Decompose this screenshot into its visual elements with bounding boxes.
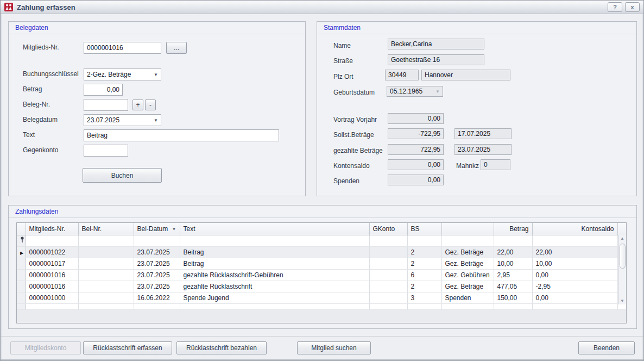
cell-bel-datum[interactable]: 23.07.2025 — [134, 246, 180, 258]
cell-bel-datum[interactable]: 23.07.2025 — [134, 281, 180, 292]
cell-bs[interactable]: 6 — [407, 269, 441, 281]
table-row[interactable]: 0000001000 16.06.2022 Spende Jugend 3 Sp… — [17, 292, 626, 303]
filter-cell[interactable] — [369, 235, 407, 246]
cell-kontosaldo[interactable]: 0,00 — [532, 292, 617, 303]
gegenkonto-input[interactable] — [84, 145, 128, 157]
cell-bs-text[interactable]: Gez. Beträge — [441, 281, 494, 292]
table-row[interactable]: 0000001016 23.07.2025 gezahlte Rücklasts… — [17, 269, 626, 281]
header-bel-datum[interactable]: ▼Bel-Datum — [134, 223, 180, 235]
cell-bs — [407, 303, 441, 309]
cell-bel-datum[interactable]: 16.06.2022 — [134, 292, 180, 303]
beenden-button[interactable]: Beenden — [578, 341, 635, 354]
cell-text[interactable]: Spende Jugend — [180, 292, 369, 303]
cell-kontosaldo[interactable]: -2,95 — [532, 281, 617, 292]
cell-bs[interactable]: 2 — [407, 281, 441, 292]
header-indicator — [17, 223, 26, 235]
cell-bs-text[interactable]: Gez. Gebühren — [441, 269, 494, 281]
cell-gkonto[interactable] — [369, 292, 407, 303]
title-bar: Zahlung erfassen ? x — [1, 1, 643, 14]
mitglied-suchen-button[interactable]: Mitglied suchen — [297, 341, 371, 354]
cell-text[interactable]: gezahlte Rücklastschrift — [180, 281, 369, 292]
filter-cell[interactable] — [78, 235, 134, 246]
mitglieds-nr-browse-button[interactable]: ... — [166, 42, 187, 54]
header-bel-nr[interactable]: Bel-Nr. — [78, 223, 134, 235]
cell-bel-nr[interactable] — [78, 281, 134, 292]
cell-bel-nr[interactable] — [78, 258, 134, 269]
table-row[interactable]: ▶ 0000001022 23.07.2025 Beitrag 2 Gez. B… — [17, 246, 626, 258]
scroll-up-icon[interactable]: ▲ — [618, 235, 626, 242]
cell-bs[interactable]: 2 — [407, 258, 441, 269]
grid-header-row: Mitglieds-Nr. Bel-Nr. ▼Bel-Datum Text GK… — [17, 223, 626, 235]
cell-kontosaldo[interactable]: 0,00 — [532, 269, 617, 281]
cell-bs[interactable]: 3 — [407, 292, 441, 303]
cell-kontosaldo[interactable]: 22,00 — [532, 246, 617, 258]
text-input[interactable] — [84, 129, 279, 141]
cell-bel-datum[interactable]: 23.07.2025 — [134, 269, 180, 281]
cell-mitglieds-nr[interactable]: 0000001016 — [26, 281, 78, 292]
mitglieds-nr-label: Mitglieds-Nr. — [23, 43, 59, 51]
cell-bel-nr[interactable] — [78, 292, 134, 303]
beleg-nr-plus-button[interactable]: + — [132, 99, 143, 110]
cell-gkonto[interactable] — [369, 281, 407, 292]
beleg-nr-minus-button[interactable]: - — [145, 99, 156, 110]
cell-bel-nr[interactable] — [78, 269, 134, 281]
table-row[interactable]: 0000001016 23.07.2025 gezahlte Rücklasts… — [17, 281, 626, 292]
ruecklastschrift-erfassen-button[interactable]: Rücklastschrift erfassen — [83, 341, 172, 354]
filter-cell[interactable] — [26, 235, 78, 246]
cell-kontosaldo[interactable]: 10,00 — [532, 258, 617, 269]
close-button[interactable]: x — [625, 2, 640, 12]
scrollbar-thumb[interactable] — [620, 244, 626, 269]
betrag-input[interactable] — [84, 84, 123, 96]
gezahlte-betraege-label: gezahlte Beträge — [333, 147, 383, 154]
strasse-label: Straße — [333, 57, 353, 65]
cell-mitglieds-nr[interactable]: 0000001017 — [26, 258, 78, 269]
cell-mitglieds-nr[interactable]: 0000001022 — [26, 246, 78, 258]
header-bs-text[interactable] — [441, 223, 494, 235]
belegdatum-combo[interactable]: 23.07.2025 ▼ — [84, 114, 161, 126]
header-text[interactable]: Text — [180, 223, 369, 235]
table-row[interactable] — [17, 303, 626, 309]
table-row[interactable]: 0000001017 23.07.2025 Beitrag 2 Gez. Bet… — [17, 258, 626, 269]
mitglieds-nr-input[interactable] — [84, 42, 161, 54]
header-gkonto[interactable]: GKonto — [369, 223, 407, 235]
cell-text[interactable]: Beitrag — [180, 246, 369, 258]
cell-gkonto[interactable] — [369, 258, 407, 269]
cell-bs[interactable]: 2 — [407, 246, 441, 258]
filter-cell[interactable] — [494, 235, 532, 246]
cell-text[interactable]: Beitrag — [180, 258, 369, 269]
cell-betrag[interactable]: 150,00 — [494, 292, 532, 303]
header-kontosaldo[interactable]: Kontosaldo — [532, 223, 617, 235]
cell-bs-text[interactable]: Gez. Beträge — [441, 258, 494, 269]
name-field: Becker,Carina — [388, 39, 484, 49]
filter-cell[interactable] — [134, 235, 180, 246]
cell-mitglieds-nr[interactable]: 0000001000 — [26, 292, 78, 303]
filter-cell[interactable] — [532, 235, 617, 246]
buchen-button[interactable]: Buchen — [83, 168, 162, 183]
cell-bs-text[interactable]: Spenden — [441, 292, 494, 303]
cell-betrag[interactable]: 477,05 — [494, 281, 532, 292]
filter-cell[interactable] — [180, 235, 369, 246]
filter-cell[interactable] — [441, 235, 494, 246]
cell-bel-nr[interactable] — [78, 246, 134, 258]
cell-gkonto[interactable] — [369, 269, 407, 281]
cell-betrag[interactable]: 10,00 — [494, 258, 532, 269]
header-mitglieds-nr[interactable]: Mitglieds-Nr. — [26, 223, 78, 235]
scroll-down-icon[interactable]: ▼ — [618, 297, 626, 304]
cell-betrag[interactable]: 2,95 — [494, 269, 532, 281]
cell-bel-datum[interactable]: 23.07.2025 — [134, 258, 180, 269]
help-button[interactable]: ? — [608, 2, 622, 12]
vertical-scrollbar[interactable]: ▲ ▼ — [618, 235, 626, 304]
cell-text[interactable]: gezahlte Rücklastschrift-Gebühren — [180, 269, 369, 281]
filter-row-icon-cell — [17, 235, 26, 246]
beleg-nr-input[interactable] — [84, 99, 128, 111]
ruecklastschrift-bezahlen-button[interactable]: Rücklastschrift bezahlen — [176, 341, 267, 354]
header-betrag[interactable]: Betrag — [494, 223, 532, 235]
cell-mitglieds-nr[interactable]: 0000001016 — [26, 269, 78, 281]
cell-gkonto[interactable] — [369, 246, 407, 258]
filter-row[interactable] — [17, 235, 626, 246]
header-bs[interactable]: BS — [407, 223, 441, 235]
cell-betrag[interactable]: 22,00 — [494, 246, 532, 258]
cell-bs-text[interactable]: Gez. Beträge — [441, 246, 494, 258]
filter-cell[interactable] — [407, 235, 441, 246]
buchungsschluessel-combo[interactable]: 2-Gez. Beträge ▼ — [84, 69, 161, 80]
